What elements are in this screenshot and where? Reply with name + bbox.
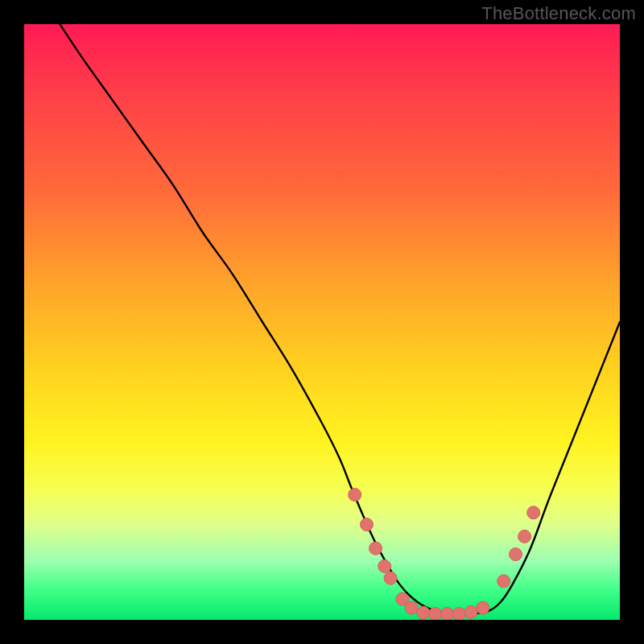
- curve-dot: [464, 605, 477, 618]
- curve-dot: [349, 489, 361, 502]
- curve-dot: [497, 575, 510, 588]
- curve-dots: [349, 489, 540, 620]
- plot-area: [24, 24, 620, 620]
- curve-dot: [369, 542, 382, 555]
- curve-dot: [518, 530, 531, 543]
- curve-dot: [405, 601, 418, 614]
- curve-dot: [417, 606, 430, 619]
- bottleneck-curve: [60, 24, 620, 614]
- watermark-text: TheBottleneck.com: [481, 3, 636, 24]
- curve-dot: [429, 608, 442, 620]
- bottleneck-curve-svg: [24, 24, 620, 620]
- curve-dot: [527, 506, 540, 519]
- curve-dot: [440, 608, 453, 620]
- curve-dot: [361, 518, 374, 531]
- curve-dot: [384, 572, 397, 584]
- curve-dot: [378, 559, 391, 572]
- curve-dot: [477, 601, 489, 614]
- curve-dot: [510, 548, 522, 561]
- curve-dot: [452, 608, 465, 620]
- chart-frame: TheBottleneck.com: [0, 0, 644, 644]
